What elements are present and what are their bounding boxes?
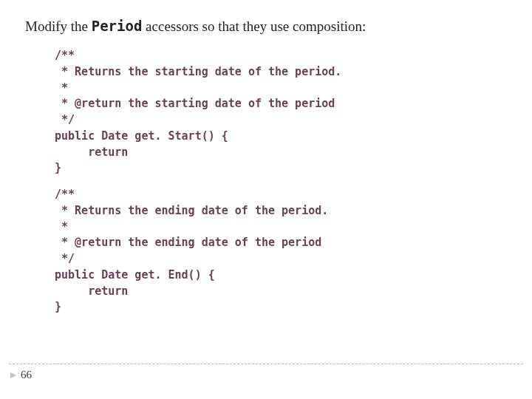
slide: Modify the Period accessors so that they…: [0, 0, 532, 399]
title-after: accessors so that they use composition:: [142, 18, 366, 34]
title-mono: Period: [92, 18, 143, 34]
page-number-wrap: 66: [0, 369, 532, 381]
arrow-icon: [10, 372, 16, 378]
code-block-getend: /** * Returns the ending date of the per…: [55, 187, 507, 316]
slide-title: Modify the Period accessors so that they…: [25, 18, 507, 35]
title-before: Modify the: [25, 18, 92, 34]
footer-divider: [9, 364, 523, 364]
code-block-getstart: /** * Returns the starting date of the p…: [55, 48, 507, 177]
page-number: 66: [21, 369, 32, 381]
slide-footer: 66: [0, 364, 532, 381]
